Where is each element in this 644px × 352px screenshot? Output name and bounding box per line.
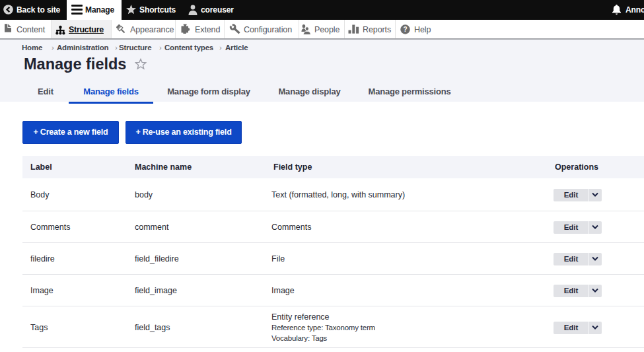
svg-text:?: ? bbox=[403, 26, 407, 33]
